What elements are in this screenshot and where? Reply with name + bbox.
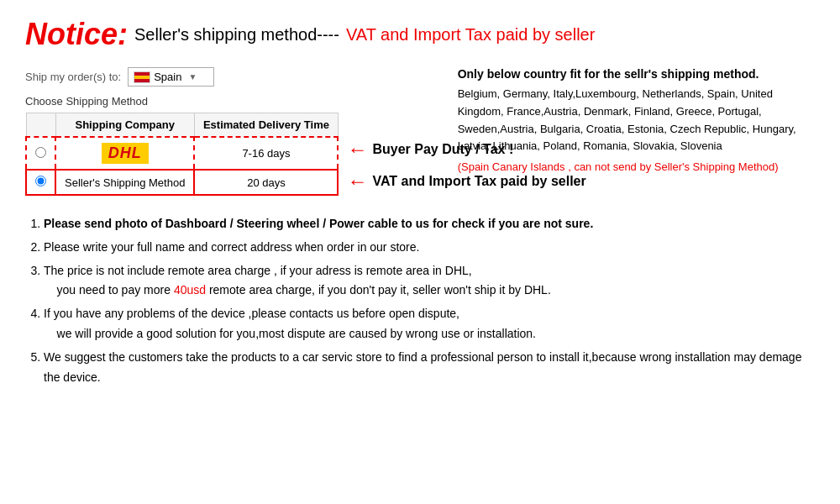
canary-note: (Spain Canary Islands , can not send by … xyxy=(458,160,815,173)
seller-delivery-cell: 20 days xyxy=(194,170,338,195)
note-2-text: Please write your full name and correct … xyxy=(44,240,419,254)
table-header-delivery: Estimated Delivery Time xyxy=(194,113,338,138)
notice-label: Notice: xyxy=(25,17,128,52)
table-row-seller: Seller's Shipping Method 20 days xyxy=(26,170,338,195)
dhl-logo: DHL xyxy=(102,143,149,164)
table-header-company: Shipping Company xyxy=(55,113,194,138)
seller-radio[interactable] xyxy=(26,170,55,195)
notes-list: Please send photo of Dashboard / Steerin… xyxy=(25,214,815,387)
ship-to-row: Ship my order(s) to: Spain ▼ xyxy=(25,67,441,87)
country-list: Belgium, Germany, Italy,Luxembourg, Neth… xyxy=(458,86,815,155)
table-header-radio xyxy=(26,113,55,138)
bottom-notes: Please send photo of Dashboard / Steerin… xyxy=(25,214,815,387)
notice-text-normal: Seller's shipping method---- xyxy=(134,25,339,45)
note-item-2: Please write your full name and correct … xyxy=(44,238,815,258)
note-item-4: If you have any problems of the device ,… xyxy=(44,304,815,344)
dropdown-arrow-icon: ▼ xyxy=(188,72,197,81)
country-name: Spain xyxy=(154,71,181,83)
shipping-table-wrapper: Shipping Company Estimated Delivery Time… xyxy=(25,113,339,196)
dhl-company-cell: DHL xyxy=(55,137,194,170)
country-select[interactable]: Spain ▼ xyxy=(128,67,214,87)
note-1-bold: Please send photo of Dashboard / Steerin… xyxy=(44,217,593,230)
dhl-delivery-cell: 7-16 days xyxy=(194,137,338,170)
right-panel: Only below country fit for the sellr's s… xyxy=(458,67,815,196)
table-row-dhl: DHL 7-16 days xyxy=(26,137,338,170)
main-content: Ship my order(s) to: Spain ▼ Choose Ship… xyxy=(25,67,815,196)
dhl-radio-input[interactable] xyxy=(35,147,46,158)
notice-text-red: VAT and Import Tax paid by seller xyxy=(346,25,595,45)
note-5-text: We suggest the customers take the produc… xyxy=(44,350,801,384)
dhl-radio[interactable] xyxy=(26,137,55,170)
shipping-table: Shipping Company Estimated Delivery Time… xyxy=(25,113,339,196)
country-list-title: Only below country fit for the sellr's s… xyxy=(458,67,815,81)
note-item-5: We suggest the customers take the produc… xyxy=(44,348,815,388)
notice-header: Notice: Seller's shipping method---- VAT… xyxy=(25,17,815,52)
choose-shipping-label: Choose Shipping Method xyxy=(25,95,441,108)
note-4-text: If you have any problems of the device ,… xyxy=(44,307,536,340)
ship-to-label: Ship my order(s) to: xyxy=(25,71,121,83)
seller-radio-input[interactable] xyxy=(35,176,46,186)
arrow-left-icon-seller: ← xyxy=(347,171,367,192)
left-panel: Ship my order(s) to: Spain ▼ Choose Ship… xyxy=(25,67,441,196)
arrow-left-icon-dhl: ← xyxy=(347,139,367,160)
note-3-highlight: 40usd xyxy=(174,283,206,297)
table-and-annotations: Shipping Company Estimated Delivery Time… xyxy=(25,113,441,196)
spain-flag-icon xyxy=(134,71,150,83)
seller-company-cell: Seller's Shipping Method xyxy=(55,170,194,195)
note-item-1: Please send photo of Dashboard / Steerin… xyxy=(44,214,815,234)
note-3-text: The price is not include remote area cha… xyxy=(44,264,551,297)
note-item-3: The price is not include remote area cha… xyxy=(44,261,815,302)
